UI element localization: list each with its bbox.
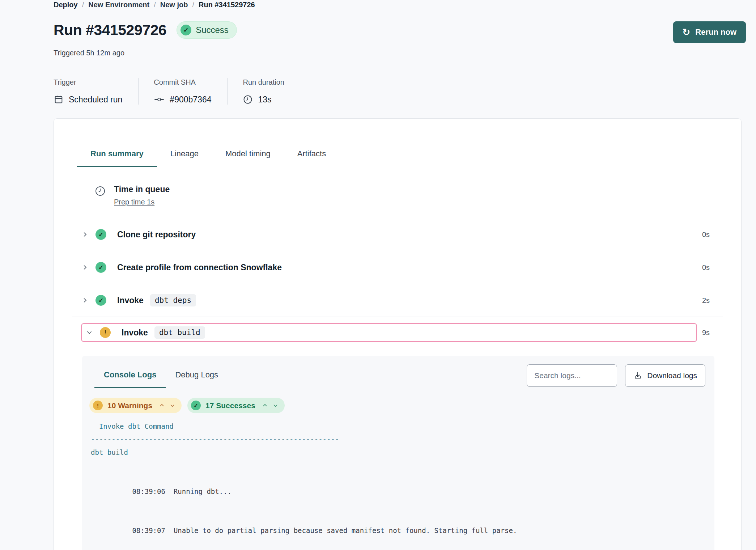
step-duration: 9s	[702, 329, 723, 337]
step-row-invoke-dbt-build[interactable]: ! Invoke dbt build 9s	[72, 317, 723, 342]
breadcrumb-new-job[interactable]: New job	[160, 1, 188, 9]
meta-commit-value: #900b7364	[170, 95, 211, 105]
prev-success-caret-icon[interactable]	[262, 403, 268, 408]
meta-trigger: Trigger Scheduled run	[54, 78, 138, 105]
warnings-badge-label: 10 Warnings	[107, 401, 152, 410]
breadcrumb-new-environment[interactable]: New Environment	[88, 1, 149, 9]
log-timestamp: 08:39:07	[132, 526, 165, 534]
step-success-icon: ✓	[95, 262, 106, 273]
logs-toolbar: Console Logs Debug Logs Download logs	[82, 356, 714, 388]
console-log-output: Invoke dbt Command ---------------------…	[82, 420, 714, 550]
tab-lineage[interactable]: Lineage	[157, 149, 212, 167]
log-command: dbt build	[82, 446, 704, 459]
search-logs-input[interactable]	[527, 364, 617, 387]
status-badge: ✓ Success	[177, 21, 237, 39]
next-warning-caret-icon[interactable]	[170, 403, 175, 408]
step-duration: 2s	[702, 296, 723, 305]
step-success-icon: ✓	[95, 295, 106, 306]
step-command-chip: dbt build	[154, 326, 205, 339]
meta-commit-label: Commit SHA	[154, 78, 211, 86]
download-icon	[633, 371, 642, 380]
run-summary-card: Run summary Lineage Model timing Artifac…	[54, 118, 742, 550]
run-header: Run #341529726 ✓ Success ↻ Rerun now	[54, 21, 746, 43]
calendar-icon	[54, 94, 64, 105]
log-line: 08:39:06Running dbt...	[82, 472, 704, 511]
breadcrumb-separator: /	[154, 1, 156, 9]
log-timestamp: 08:39:06	[132, 487, 165, 495]
status-badge-label: Success	[196, 25, 229, 35]
triggered-timestamp: Triggered 5h 12m ago	[54, 49, 746, 57]
chevron-right-icon[interactable]	[81, 232, 89, 237]
page-title: Run #341529726	[54, 22, 166, 39]
download-logs-label: Download logs	[647, 371, 697, 380]
step-duration: 0s	[702, 230, 723, 239]
log-command-title: Invoke dbt Command	[82, 420, 704, 433]
log-blank-line	[82, 459, 704, 472]
meta-commit-sha: Commit SHA #900b7364	[138, 78, 227, 105]
warnings-badge[interactable]: ! 10 Warnings	[89, 398, 182, 413]
chevron-right-icon[interactable]	[81, 265, 89, 270]
rerun-button-label: Rerun now	[695, 28, 736, 37]
log-filter-badges: ! 10 Warnings ✓ 17 Successes	[89, 398, 714, 413]
success-check-icon: ✓	[180, 25, 191, 35]
rerun-icon: ↻	[683, 28, 691, 37]
log-line: 08:39:07Unable to do partial parsing bec…	[82, 511, 704, 550]
warning-icon: !	[93, 401, 103, 410]
queue-clock-icon	[94, 185, 106, 206]
log-message: Running dbt...	[174, 487, 232, 495]
chevron-down-icon[interactable]	[85, 330, 93, 335]
step-label: Clone git repository	[117, 230, 196, 240]
logs-panel: Console Logs Debug Logs Download logs	[82, 356, 714, 550]
successes-badge-label: 17 Successes	[205, 401, 255, 410]
time-in-queue-section: Time in queue Prep time 1s	[72, 185, 723, 218]
tab-run-summary[interactable]: Run summary	[77, 149, 157, 167]
step-success-icon: ✓	[95, 229, 106, 240]
successes-badge[interactable]: ✓ 17 Successes	[187, 398, 285, 413]
step-row-create-profile-snowflake[interactable]: ✓ Create profile from connection Snowfla…	[72, 251, 723, 284]
run-meta: Trigger Scheduled run Commit SHA	[54, 78, 746, 105]
queue-title: Time in queue	[114, 185, 170, 194]
breadcrumb-deploy[interactable]: Deploy	[54, 1, 78, 9]
run-detail-page: Deploy / New Environment / New job / Run…	[0, 0, 756, 550]
tab-debug-logs[interactable]: Debug Logs	[166, 363, 228, 388]
download-logs-button[interactable]: Download logs	[625, 364, 705, 387]
step-row-invoke-dbt-deps[interactable]: ✓ Invoke dbt deps 2s	[72, 284, 723, 317]
log-message: Unable to do partial parsing because sav…	[174, 526, 517, 534]
step-label: Invoke	[122, 328, 148, 338]
step-label: Create profile from connection Snowflake	[117, 263, 282, 272]
next-success-caret-icon[interactable]	[273, 403, 278, 408]
breadcrumb-current-run: Run #341529726	[199, 1, 255, 9]
meta-trigger-label: Trigger	[54, 78, 122, 86]
tab-artifacts[interactable]: Artifacts	[284, 149, 339, 167]
step-label: Invoke	[117, 296, 144, 305]
rerun-now-button[interactable]: ↻ Rerun now	[673, 21, 746, 43]
step-warning-icon: !	[100, 327, 111, 338]
chevron-right-icon[interactable]	[81, 297, 89, 303]
commit-icon	[154, 94, 165, 105]
breadcrumb-separator: /	[82, 1, 84, 9]
breadcrumb-separator: /	[192, 1, 194, 9]
selected-step-box[interactable]: ! Invoke dbt build	[81, 323, 697, 342]
success-icon: ✓	[191, 401, 201, 410]
step-duration: 0s	[702, 263, 723, 272]
tab-console-logs[interactable]: Console Logs	[94, 363, 166, 388]
step-row-clone-git-repository[interactable]: ✓ Clone git repository 0s	[72, 218, 723, 251]
step-command-chip: dbt deps	[150, 294, 196, 306]
clock-icon	[243, 94, 253, 105]
meta-run-duration: Run duration 13s	[227, 78, 300, 105]
run-steps-list: ✓ Clone git repository 0s ✓ Create profi…	[72, 218, 723, 342]
prev-warning-caret-icon[interactable]	[159, 403, 165, 408]
meta-duration-label: Run duration	[243, 78, 284, 86]
breadcrumb: Deploy / New Environment / New job / Run…	[54, 0, 746, 9]
prep-time-link[interactable]: Prep time 1s	[114, 198, 154, 206]
run-tabs: Run summary Lineage Model timing Artifac…	[72, 149, 723, 167]
tab-model-timing[interactable]: Model timing	[212, 149, 284, 167]
log-divider-line: ----------------------------------------…	[82, 433, 704, 446]
meta-trigger-value: Scheduled run	[69, 95, 122, 105]
meta-duration-value: 13s	[258, 95, 271, 105]
